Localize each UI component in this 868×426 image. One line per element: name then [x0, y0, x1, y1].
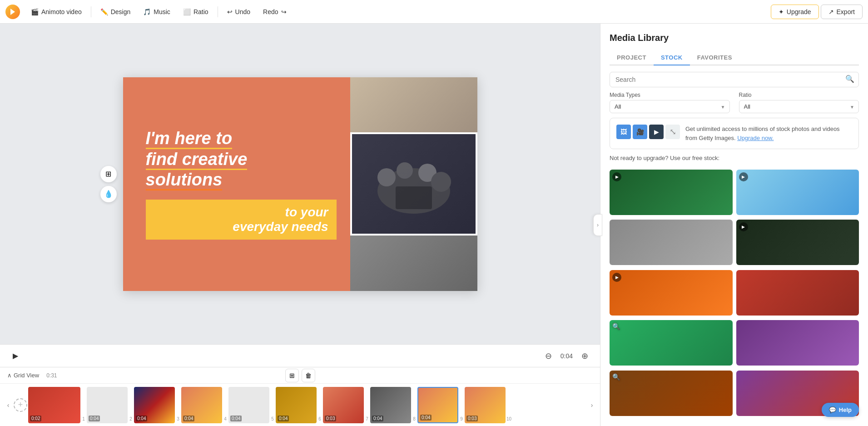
zoom-icon-9: 🔍: [612, 373, 620, 381]
play-icon-4: ▶: [739, 222, 748, 231]
clip-6-time: 0:04: [278, 416, 289, 421]
redo-label: Redo: [263, 8, 278, 15]
add-clip-button[interactable]: +: [14, 398, 27, 412]
clip-6[interactable]: 0:04: [276, 387, 317, 423]
export-icon: ↗: [828, 8, 834, 15]
grid-view-toggle[interactable]: ∧ Grid View: [7, 372, 39, 379]
ratio-button[interactable]: ⬜ Ratio: [178, 5, 214, 18]
sidebar: › Media Library PROJECT STOCK FAVORITES …: [600, 24, 868, 426]
animoto-video-button[interactable]: 🎬 Animoto video: [25, 5, 87, 18]
chevron-up-icon: ∧: [7, 372, 12, 379]
image-top-fill: [350, 77, 477, 133]
text-line2: find creative: [146, 149, 337, 170]
getty-icon-dark: ▶: [649, 125, 664, 139]
clip-number-9: 9: [459, 416, 464, 421]
sidebar-title: Media Library: [610, 33, 859, 43]
zoom-out-button[interactable]: ⊖: [542, 350, 555, 362]
clip-number-4: 4: [223, 416, 228, 421]
redo-button[interactable]: Redo ↪: [258, 5, 292, 18]
search-button[interactable]: 🔍: [845, 75, 854, 83]
getty-text: Get unlimited access to millions of stoc…: [685, 125, 852, 142]
app-logo[interactable]: [5, 5, 20, 19]
upgrade-now-link[interactable]: Upgrade now.: [737, 135, 774, 141]
clip-8[interactable]: 0:04: [370, 387, 411, 423]
center-panel: ⊞ 💧 I'm here to find creative: [0, 24, 600, 426]
undo-icon: ↩: [227, 8, 233, 15]
not-ready-text: Not ready to upgrade? Use our free stock…: [610, 155, 859, 161]
playback-bar: ▶ ⊖ 0:04 ⊕: [0, 344, 600, 367]
media-grid: ▶ ▶ ▶ ▶ 🔍 🔍: [600, 170, 868, 426]
media-types-select[interactable]: All: [610, 100, 730, 113]
drop-tool-button[interactable]: 💧: [100, 186, 117, 202]
clip-5[interactable]: 0:04: [228, 387, 269, 423]
media-item-9[interactable]: 🔍: [610, 371, 733, 416]
text-line1-content: I'm here to: [146, 129, 233, 149]
sub-text: to your everyday needs: [154, 205, 328, 234]
media-item-6[interactable]: [736, 270, 859, 316]
getty-icons: 🖼 🎥 ▶ ⤡: [616, 125, 680, 139]
canvas-image-bottom: [350, 236, 477, 291]
delete-icon-button[interactable]: 🗑: [302, 369, 315, 382]
design-icon: ✏️: [100, 8, 108, 15]
clip-number-3: 3: [176, 416, 180, 421]
grid-icon-button[interactable]: ⊞: [285, 369, 299, 382]
export-label: Export: [837, 8, 855, 15]
help-icon: 💬: [829, 406, 836, 413]
svg-point-5: [431, 172, 451, 192]
svg-rect-6: [396, 186, 432, 209]
clip-1-time: 0:02: [30, 416, 41, 421]
clip-9[interactable]: 0:04: [417, 387, 458, 423]
music-label: Music: [154, 8, 170, 15]
clip-number-5: 5: [270, 416, 275, 421]
clip-1[interactable]: 0:02: [28, 387, 80, 423]
sidebar-tabs: PROJECT STOCK FAVORITES: [610, 50, 859, 65]
svg-marker-0: [10, 9, 15, 15]
media-item-2[interactable]: ▶: [736, 170, 859, 215]
export-button[interactable]: ↗ Export: [821, 5, 863, 19]
canvas-main-text: I'm here to find creative solutions: [146, 128, 337, 190]
zoom-in-button[interactable]: ⊕: [578, 350, 591, 362]
tab-project[interactable]: PROJECT: [610, 50, 654, 65]
design-button[interactable]: ✏️ Design: [95, 5, 136, 18]
clip-number-8: 8: [412, 416, 417, 421]
undo-button[interactable]: ↩ Undo: [222, 5, 256, 18]
canvas-text-area: I'm here to find creative solutions: [123, 77, 350, 291]
upgrade-label: Upgrade: [787, 8, 811, 15]
sidebar-header: Media Library PROJECT STOCK FAVORITES: [600, 24, 868, 65]
play-icon-5: ▶: [612, 273, 621, 282]
media-item-4[interactable]: ▶: [736, 220, 859, 265]
clip-3[interactable]: 0:04: [134, 387, 175, 423]
timeline-header: ∧ Grid View 0:31 ⊞ 🗑: [0, 367, 600, 384]
timeline-scroll[interactable]: ‹ + 0:02 1 0:04 2 0:04 3 0: [0, 384, 600, 426]
clip-4[interactable]: 0:04: [181, 387, 222, 423]
media-item-7[interactable]: 🔍: [610, 320, 733, 366]
tab-stock[interactable]: STOCK: [654, 50, 690, 65]
getty-banner: 🖼 🎥 ▶ ⤡ Get unlimited access to millions…: [610, 118, 859, 149]
search-input[interactable]: [610, 72, 859, 87]
upgrade-button[interactable]: ✦ Upgrade: [771, 5, 819, 19]
clip-7[interactable]: 0:03: [323, 387, 364, 423]
media-item-3[interactable]: [610, 220, 733, 265]
canvas-content: I'm here to find creative solutions: [123, 77, 477, 291]
media-item-8[interactable]: [736, 320, 859, 366]
clip-number-2: 2: [129, 416, 133, 421]
sidebar-toggle[interactable]: ›: [593, 214, 602, 236]
tab-favorites[interactable]: FAVORITES: [690, 50, 739, 65]
getty-icon-light: ⤡: [665, 125, 680, 139]
ratio-select[interactable]: All: [739, 100, 859, 113]
help-button[interactable]: 💬 Help: [822, 403, 859, 417]
media-item-1[interactable]: ▶: [610, 170, 733, 215]
design-label: Design: [111, 8, 131, 15]
grid-tool-button[interactable]: ⊞: [100, 166, 117, 182]
timeline-prev-button[interactable]: ‹: [4, 401, 13, 410]
media-types-label: Media Types: [610, 92, 730, 98]
image-middle-fill: [352, 134, 476, 234]
music-button[interactable]: 🎵 Music: [138, 5, 176, 18]
clip-2[interactable]: 0:04: [87, 387, 128, 423]
help-label: Help: [839, 406, 852, 413]
play-button[interactable]: ▶: [9, 350, 22, 362]
timeline-next-button[interactable]: ›: [587, 401, 596, 410]
media-item-5[interactable]: ▶: [610, 270, 733, 316]
main-content: ⊞ 💧 I'm here to find creative: [0, 24, 868, 426]
clip-10[interactable]: 0:03: [465, 387, 506, 423]
